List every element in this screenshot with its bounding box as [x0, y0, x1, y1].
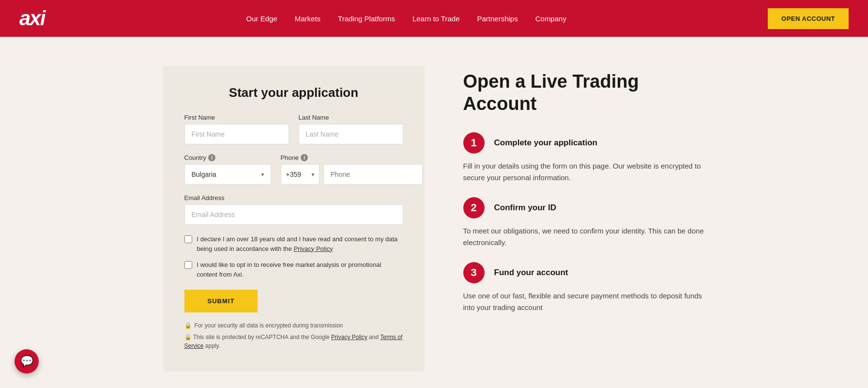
last-name-group: Last Name — [299, 114, 403, 144]
right-title: Open a Live Trading Account — [463, 71, 705, 115]
nav-our-edge[interactable]: Our Edge — [246, 15, 277, 23]
country-phone-row: Country i Bulgaria United Kingdom Austra… — [184, 154, 403, 185]
checkboxes-container: I declare I am over 18 years old and I h… — [184, 234, 403, 279]
last-name-input[interactable] — [299, 124, 403, 144]
country-group: Country i Bulgaria United Kingdom Austra… — [184, 154, 271, 185]
email-label: Email Address — [184, 194, 403, 202]
consent-checkbox[interactable] — [184, 235, 192, 243]
checkbox1-text: I declare I am over 18 years old and I h… — [197, 234, 403, 253]
phone-prefix-wrapper: +359 +1 +44 +61 +49 — [281, 164, 320, 185]
country-select[interactable]: Bulgaria United Kingdom Australia German… — [184, 164, 271, 185]
chat-button[interactable]: 💬 — [15, 349, 39, 373]
email-group: Email Address — [184, 194, 403, 225]
step-1-title: Complete your application — [494, 138, 597, 148]
country-select-wrapper: Bulgaria United Kingdom Australia German… — [184, 164, 271, 185]
phone-info-icon[interactable]: i — [301, 154, 308, 161]
submit-button[interactable]: SUBMIT — [184, 290, 258, 312]
step-3: 3 Fund your account — [463, 262, 705, 283]
form-title: Start your application — [184, 85, 403, 100]
checkbox2-text: I would like to opt in to receive free m… — [197, 260, 403, 279]
phone-group: Phone i +359 +1 +44 +61 +49 — [281, 154, 403, 185]
checkbox2-item: I would like to opt in to receive free m… — [184, 260, 403, 279]
checkbox1-item: I declare I am over 18 years old and I h… — [184, 234, 403, 253]
first-name-group: First Name — [184, 114, 289, 144]
phone-prefix-select[interactable]: +359 +1 +44 +61 +49 — [281, 164, 320, 185]
nav-company[interactable]: Company — [535, 15, 566, 23]
privacy-policy-link1[interactable]: Privacy Policy — [294, 245, 333, 252]
first-name-label: First Name — [184, 114, 289, 121]
country-label: Country i — [184, 154, 271, 161]
captcha-note: 🔒 This site is protected by reCAPTCHA an… — [184, 333, 403, 350]
captcha-privacy-link[interactable]: Privacy Policy — [331, 334, 367, 341]
open-account-button[interactable]: OPEN ACCOUNT — [768, 8, 849, 29]
right-info-panel: Open a Live Trading Account 1 Complete y… — [463, 66, 705, 327]
lock-icon2: 🔒 — [184, 334, 192, 341]
step-1-desc: Fill in your details using the form on t… — [463, 160, 705, 184]
step-2-title: Confirm your ID — [494, 203, 556, 213]
step-1-badge: 1 — [463, 132, 485, 154]
last-name-label: Last Name — [299, 114, 403, 121]
step-1: 1 Complete your application — [463, 132, 705, 154]
nav-trading-platforms[interactable]: Trading Platforms — [338, 15, 395, 23]
nav-partnerships[interactable]: Partnerships — [477, 15, 518, 23]
phone-input[interactable] — [323, 164, 423, 185]
main-nav: Our Edge Markets Trading Platforms Learn… — [246, 15, 566, 23]
step-2-desc: To meet our obligations, we need to conf… — [463, 225, 705, 248]
lock-icon: 🔒 — [184, 322, 192, 329]
step-3-badge: 3 — [463, 262, 485, 283]
country-info-icon[interactable]: i — [208, 154, 215, 161]
main-content: Start your application First Name Last N… — [144, 37, 725, 388]
email-input[interactable] — [184, 204, 403, 225]
step-2: 2 Confirm your ID — [463, 197, 705, 218]
name-row: First Name Last Name — [184, 114, 403, 144]
first-name-input[interactable] — [184, 124, 289, 144]
chat-icon: 💬 — [20, 355, 33, 368]
step-2-badge: 2 — [463, 197, 485, 218]
security-note: 🔒 For your security all data is encrypte… — [184, 322, 403, 329]
logo[interactable]: axi — [19, 7, 45, 30]
phone-label: Phone i — [281, 154, 403, 161]
marketing-checkbox[interactable] — [184, 261, 192, 269]
nav-learn-to-trade[interactable]: Learn to Trade — [412, 15, 460, 23]
application-form-container: Start your application First Name Last N… — [163, 66, 425, 372]
step-3-desc: Use one of our fast, flexible and secure… — [463, 290, 705, 313]
phone-prefix-row: +359 +1 +44 +61 +49 — [281, 164, 403, 185]
step-3-title: Fund your account — [494, 268, 568, 278]
nav-markets[interactable]: Markets — [295, 15, 320, 23]
header: axi Our Edge Markets Trading Platforms L… — [0, 0, 868, 37]
